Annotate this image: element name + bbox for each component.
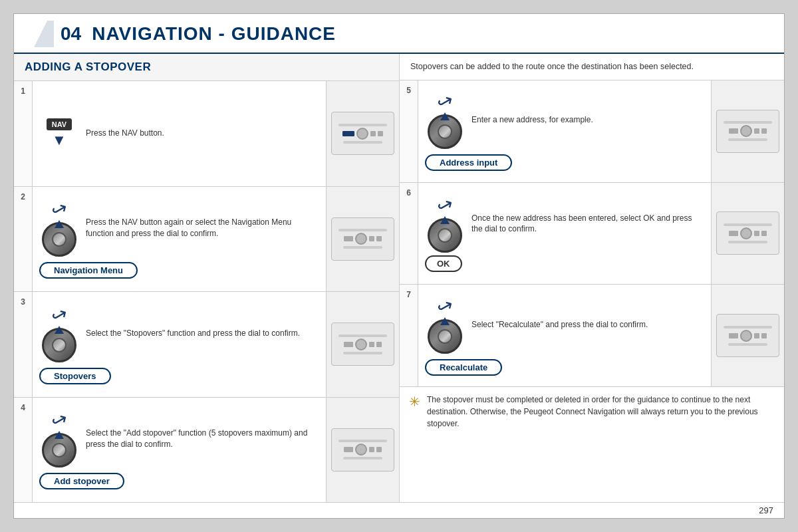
content-area: ADDING A STOPOVER 1 NAV ▼ [14, 54, 784, 502]
step-icon-text-1: NAV ▼ Press the NAV button. [39, 118, 319, 149]
step-icon-text-5: ↪ Enter a new address, for example. [425, 91, 704, 149]
left-panel: ADDING A STOPOVER 1 NAV ▼ [14, 54, 400, 502]
dial-arrow-5 [440, 112, 450, 120]
device-line2 [343, 141, 383, 144]
step-icon-text-2: ↪ Press the NAV button again or select t… [39, 199, 319, 257]
d5-l2 [728, 138, 768, 141]
step-icon-text-7: ↪ Select "Recalculate" and press the dia… [425, 296, 704, 354]
step-icon-dial-5: ↪ [425, 91, 465, 149]
d4-dial [355, 444, 367, 456]
d4-l1 [338, 440, 386, 442]
dial-arrow-3 [55, 326, 64, 334]
device-row [342, 128, 383, 140]
d6-btn3 [761, 231, 767, 236]
device-display-2 [331, 217, 394, 261]
d3-btn1 [344, 342, 353, 347]
d3-btn2 [369, 342, 374, 347]
d3-dial [355, 338, 367, 350]
left-steps-container: 1 NAV ▼ Press the NAV button. [14, 81, 399, 502]
nav-button-icon: NAV ▼ [47, 118, 72, 149]
d3-btn3 [376, 342, 382, 347]
header: 04 NAVIGATION - GUIDANCE [14, 14, 784, 54]
step-icon-text-3: ↪ Select the "Stopovers" function and pr… [39, 305, 319, 362]
dial-arrow-7 [440, 317, 450, 325]
d6-l2 [728, 241, 768, 243]
device-display-7 [716, 314, 779, 357]
device-display-6 [716, 211, 779, 255]
step-number-3: 3 [14, 292, 33, 397]
dial-icon-4 [42, 433, 76, 467]
step-number-1: 1 [14, 81, 33, 186]
step-icon-dial-6: ↪ [425, 195, 465, 253]
step-text-7: Select "Recalculate" and press the dial … [471, 319, 704, 331]
d6-btn1 [729, 231, 738, 236]
device-btn3 [378, 131, 383, 136]
d7-btn1 [729, 333, 738, 338]
dial-arrow-6 [440, 216, 450, 224]
step-image-3 [326, 292, 399, 397]
d5-btn2 [754, 128, 759, 134]
d2-btn1 [344, 236, 353, 241]
d3-l2 [343, 352, 383, 354]
d7-btn3 [761, 333, 767, 338]
section-title: ADDING A STOPOVER [25, 61, 151, 74]
step-number-6: 6 [400, 183, 418, 285]
d6-row [729, 227, 767, 239]
step-text-5: Enter a new address, for example. [471, 114, 704, 126]
dial-arrow-4 [55, 431, 64, 439]
d5-row [729, 125, 767, 137]
step-number-4: 4 [14, 398, 33, 503]
step-number-2: 2 [14, 187, 33, 292]
arrow-icon-5: ↪ [433, 89, 457, 116]
step-row-7: 7 ↪ Select "Recalculate" and press the d… [400, 285, 784, 387]
step-content-3: ↪ Select the "Stopovers" function and pr… [33, 292, 326, 397]
d4-btn2 [369, 447, 374, 452]
dial-arrow-2 [55, 220, 64, 228]
navigation-menu-button: Navigation Menu [39, 262, 138, 279]
step-row-5: 5 ↪ Enter a new address, for example. [400, 80, 784, 183]
device-display-1 [331, 112, 394, 155]
d7-row [729, 330, 767, 342]
arrow-icon-3: ↪ [47, 302, 71, 329]
device-btn2 [370, 131, 376, 136]
d5-btn1 [729, 128, 738, 134]
recalculate-button: Recalculate [425, 359, 502, 376]
d4-l2 [343, 457, 383, 460]
d6-l1 [724, 223, 771, 226]
step-icon-dial-3: ↪ [39, 305, 79, 362]
header-slash-icon [27, 21, 54, 47]
step-row-4: 4 ↪ Select the "Add stopover" function (… [14, 398, 399, 503]
step-image-7 [711, 285, 784, 386]
step-icon-nav: NAV ▼ [39, 118, 79, 149]
d4-btn3 [376, 447, 382, 452]
d5-dial [740, 125, 752, 137]
step-row-2: 2 ↪ Press the NAV button again or select… [14, 187, 399, 293]
step-row-3: 3 ↪ Select the "Stopovers" function and … [14, 292, 399, 398]
step-icon-dial-7: ↪ [425, 296, 465, 354]
step-number-7: 7 [400, 285, 418, 386]
step-image-5 [711, 80, 784, 182]
d4-btn1 [344, 447, 353, 452]
device-display-5 [716, 110, 779, 153]
d2-btn3 [376, 236, 382, 241]
section-description: Stopovers can be added to the route once… [400, 54, 784, 80]
device-dial [356, 128, 368, 140]
section-title-row: ADDING A STOPOVER [14, 54, 399, 81]
page-number: 297 [14, 502, 784, 518]
section-desc-text: Stopovers can be added to the route once… [410, 62, 694, 71]
nav-arrow-icon: ▼ [52, 132, 66, 149]
step-content-7: ↪ Select "Recalculate" and press the dia… [418, 285, 711, 386]
address-input-button: Address input [425, 154, 512, 171]
step-content-6: ↪ Once the new address has been entered,… [418, 183, 711, 285]
d2-dial [355, 233, 367, 245]
step-text-4: Select the "Add stopover" function (5 st… [86, 428, 319, 450]
arrow-icon-4: ↪ [47, 408, 71, 434]
d7-dial [740, 330, 752, 342]
step-number-5: 5 [400, 80, 418, 182]
dial-inner-7 [438, 329, 452, 344]
dial-inner-6 [438, 228, 452, 243]
step-content-2: ↪ Press the NAV button again or select t… [33, 187, 326, 292]
arrow-icon-6: ↪ [433, 192, 457, 219]
chapter-number: 04 [61, 23, 81, 45]
d3-l1 [338, 334, 386, 337]
